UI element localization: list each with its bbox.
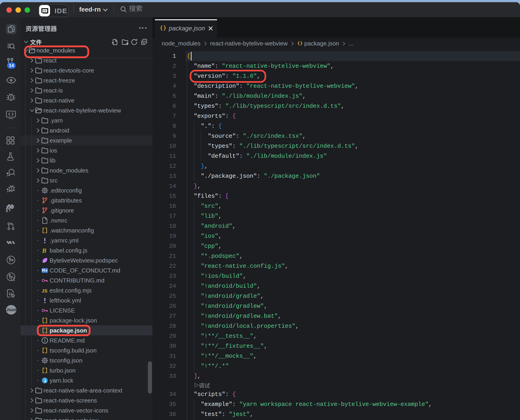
svg-text:B: B [42, 247, 46, 254]
svg-text:JS: JS [42, 288, 47, 293]
